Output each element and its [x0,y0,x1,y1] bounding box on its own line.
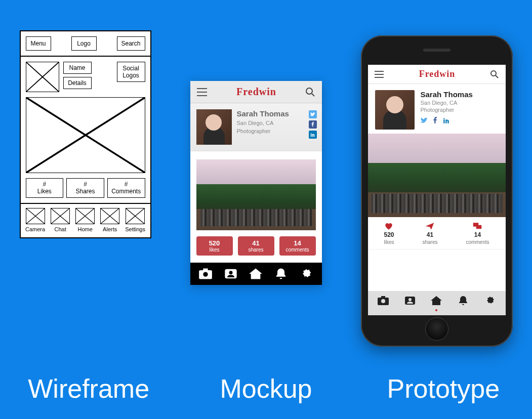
phone-frame: Fredwin Sarah Thomas San Diego, CA Photo… [361,35,513,347]
svg-rect-21 [203,269,208,271]
svg-line-18 [312,94,314,96]
user-role: Photographer [237,128,289,134]
svg-point-17 [306,88,312,94]
svg-line-4 [26,208,45,224]
svg-line-3 [26,98,145,173]
photo-placeholder [26,97,145,173]
svg-point-20 [203,272,208,277]
user-name: Sarah Thomas [421,90,473,99]
linkedin-icon[interactable] [443,117,450,124]
details-placeholder: Details [63,77,92,89]
svg-point-28 [491,71,496,76]
menu-icon[interactable] [374,70,384,78]
svg-line-5 [26,208,45,224]
likes-placeholder[interactable]: #Likes [26,178,64,198]
nav-alerts[interactable] [457,295,469,311]
user-location: San Diego, CA [237,120,289,126]
svg-line-2 [26,98,145,173]
nav-chat[interactable]: Chat [51,208,70,232]
brand-logo: Fredwin [236,86,276,98]
home-icon[interactable] [249,268,263,280]
comments-pill[interactable]: 14comments [279,236,316,256]
mockup-profile: Sarah Thomas San Diego, CA Photographer [190,103,322,151]
menu-placeholder[interactable]: Menu [26,36,51,51]
avatar[interactable] [375,90,415,130]
svg-rect-34 [381,296,385,298]
logo-placeholder: Logo [71,36,97,51]
twitter-icon[interactable] [309,110,317,118]
svg-point-33 [381,299,385,303]
mockup-bottom-nav [190,263,322,285]
nav-home[interactable]: Home [75,208,95,232]
nav-camera[interactable]: Camera [25,208,45,232]
nav-contact[interactable] [404,295,416,311]
user-role: Photographer [421,107,473,113]
shares-placeholder[interactable]: #Shares [66,178,104,198]
camera-icon[interactable] [198,268,213,280]
svg-line-13 [126,208,144,224]
proto-stats: 520likes 41shares 14comments [368,217,506,249]
social-links [309,110,317,139]
wireframe-nav: Camera Chat Home Alerts Settings [21,203,150,237]
svg-line-10 [101,208,119,224]
mockup-header: Fredwin [190,81,322,103]
avatar-placeholder [26,62,59,92]
label-prototype: Prototype [355,373,531,404]
comments-stat[interactable]: 14comments [466,222,489,245]
search-placeholder[interactable]: Search [117,36,145,51]
nav-camera[interactable] [377,295,389,311]
svg-line-8 [76,208,94,224]
bell-icon[interactable] [274,268,288,280]
svg-point-36 [408,298,412,301]
svg-line-29 [496,75,498,78]
phone-home-button[interactable] [425,317,448,341]
svg-point-23 [229,271,232,274]
social-links [421,117,473,124]
nav-alerts[interactable]: Alerts [100,208,119,232]
search-icon[interactable] [305,87,315,97]
contact-icon[interactable] [224,268,238,280]
label-mockup: Mockup [178,373,354,404]
linkedin-icon[interactable] [309,131,317,139]
gear-icon[interactable] [299,268,313,280]
prototype-screen: Fredwin Sarah Thomas San Diego, CA Photo… [368,65,506,315]
active-indicator [435,309,437,311]
wireframe-panel: Menu Logo Search Name Details Social Log… [20,30,151,238]
svg-line-11 [101,208,119,224]
svg-line-9 [76,208,94,224]
proto-header: Fredwin [368,65,506,84]
stage-labels: Wireframe Mockup Prototype [0,373,532,404]
nav-settings[interactable]: Settings [125,208,145,232]
likes-pill[interactable]: 520likes [196,236,233,256]
mockup-stats: 520likes 41shares 14comments [190,236,322,263]
menu-icon[interactable] [196,88,208,97]
facebook-icon[interactable] [309,120,317,129]
user-location: San Diego, CA [421,100,473,106]
svg-line-0 [26,62,59,92]
mockup-panel: Fredwin Sarah Thomas San Diego, CA Photo… [190,81,322,285]
twitter-icon[interactable] [421,117,428,124]
nav-home[interactable] [430,295,442,311]
shares-pill[interactable]: 41shares [238,236,274,256]
svg-line-6 [51,208,69,224]
wireframe-stats: #Likes #Shares #Comments [21,178,150,203]
search-icon[interactable] [490,70,499,79]
svg-line-7 [51,208,69,224]
label-wireframe: Wireframe [1,373,177,404]
feed-photo[interactable] [196,159,316,230]
social-placeholder[interactable]: Social Logos [117,62,145,82]
wireframe-profile: Name Details Social Logos [21,57,150,97]
proto-bottom-nav [368,291,506,315]
feed-photo[interactable] [368,134,506,217]
svg-line-1 [26,62,59,92]
wireframe-header: Menu Logo Search [21,31,150,57]
brand-logo: Fredwin [419,69,456,79]
avatar[interactable] [196,109,232,145]
shares-stat[interactable]: 41shares [422,222,437,245]
name-placeholder: Name [63,62,92,74]
facebook-icon[interactable] [432,117,439,124]
nav-settings[interactable] [484,295,496,311]
user-name: Sarah Thomas [237,109,289,118]
likes-stat[interactable]: 520likes [384,222,394,245]
comments-placeholder[interactable]: #Comments [107,178,145,198]
